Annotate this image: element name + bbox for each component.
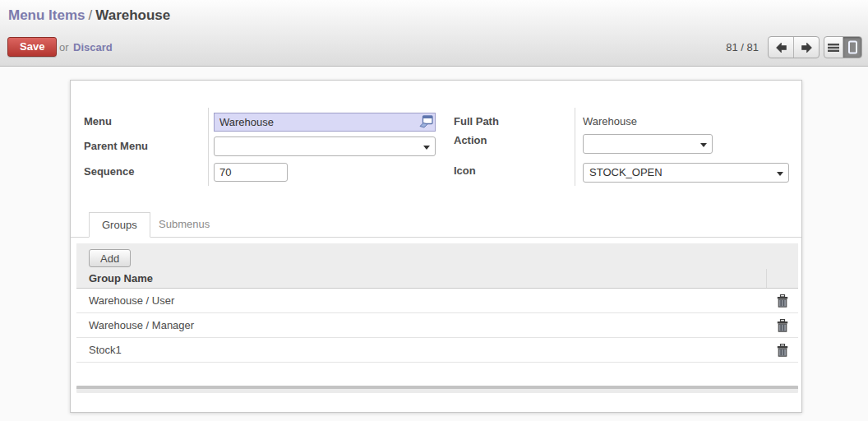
- action-label: Action: [454, 131, 487, 150]
- breadcrumb-current: Warehouse: [95, 7, 170, 23]
- groups-list: Add Group Name Warehouse / User Warehous…: [76, 243, 798, 363]
- form-view-icon: [847, 40, 858, 54]
- menu-label: Menu: [84, 112, 112, 132]
- group-name-cell: Warehouse / Manager: [89, 313, 194, 337]
- pager-next-button[interactable]: [793, 37, 819, 58]
- column-separator-right: [575, 108, 575, 186]
- tab-submenus[interactable]: Submenus: [146, 212, 222, 237]
- arrow-left-icon: [775, 42, 787, 53]
- form-view-button[interactable]: [843, 37, 861, 58]
- tab-groups[interactable]: Groups: [89, 212, 150, 238]
- breadcrumb: Menu Items/Warehouse: [8, 7, 170, 24]
- column-separator-left: [208, 108, 209, 186]
- chevron-down-icon: [423, 146, 430, 150]
- group-name-cell: Warehouse / User: [89, 289, 174, 312]
- delete-row-button[interactable]: [777, 344, 788, 357]
- pager-buttons: [768, 36, 820, 58]
- delete-column-separator: [766, 269, 767, 288]
- parent-menu-select[interactable]: [214, 136, 436, 156]
- chevron-down-icon: [777, 172, 783, 176]
- horizontal-scrollbar[interactable]: [76, 386, 798, 393]
- or-label: or: [59, 41, 69, 53]
- icon-label: Icon: [454, 161, 476, 181]
- form-sheet: Menu Parent Menu Sequence Full Path Acti…: [70, 80, 802, 413]
- icon-select[interactable]: STOCK_OPEN: [583, 163, 789, 183]
- table-row[interactable]: Stock1: [76, 338, 798, 363]
- menu-input[interactable]: [214, 113, 436, 132]
- sequence-label: Sequence: [84, 162, 134, 182]
- delete-row-button[interactable]: [777, 294, 788, 308]
- list-view-icon: [828, 43, 839, 53]
- group-name-column-header: Group Name: [89, 272, 153, 285]
- column-header-row: Group Name: [76, 269, 798, 288]
- icon-value: STOCK_OPEN: [589, 166, 663, 178]
- sequence-input[interactable]: [214, 163, 288, 182]
- notebook-tabs: Groups Submenus: [71, 212, 801, 238]
- pager-previous-button[interactable]: [769, 37, 793, 58]
- group-rows: Warehouse / User Warehouse / Manager Sto…: [76, 289, 798, 363]
- breadcrumb-separator: /: [85, 7, 96, 23]
- list-view-button[interactable]: [824, 37, 843, 58]
- view-switcher: [824, 36, 862, 58]
- pager-counter: 81 / 81: [726, 41, 759, 53]
- trash-icon: [777, 344, 788, 357]
- arrow-right-icon: [801, 42, 813, 53]
- table-row[interactable]: Warehouse / User: [76, 289, 798, 313]
- group-name-cell: Stock1: [89, 338, 122, 362]
- table-row[interactable]: Warehouse / Manager: [76, 313, 798, 338]
- full-path-value: Warehouse: [583, 112, 637, 132]
- add-group-button[interactable]: Add: [89, 249, 131, 267]
- chevron-down-icon: [700, 143, 707, 147]
- save-button[interactable]: Save: [7, 37, 57, 57]
- parent-menu-label: Parent Menu: [84, 136, 148, 156]
- open-record-icon[interactable]: [419, 115, 433, 128]
- full-path-label: Full Path: [454, 112, 499, 132]
- header-bar: Menu Items/Warehouse Save or Discard 81 …: [0, 0, 868, 67]
- trash-icon: [777, 319, 788, 332]
- discard-link[interactable]: Discard: [73, 41, 113, 53]
- action-select[interactable]: [583, 134, 713, 154]
- groups-list-header: Add Group Name: [76, 243, 798, 289]
- trash-icon: [777, 294, 788, 308]
- breadcrumb-parent-link[interactable]: Menu Items: [8, 7, 85, 23]
- delete-row-button[interactable]: [777, 319, 788, 332]
